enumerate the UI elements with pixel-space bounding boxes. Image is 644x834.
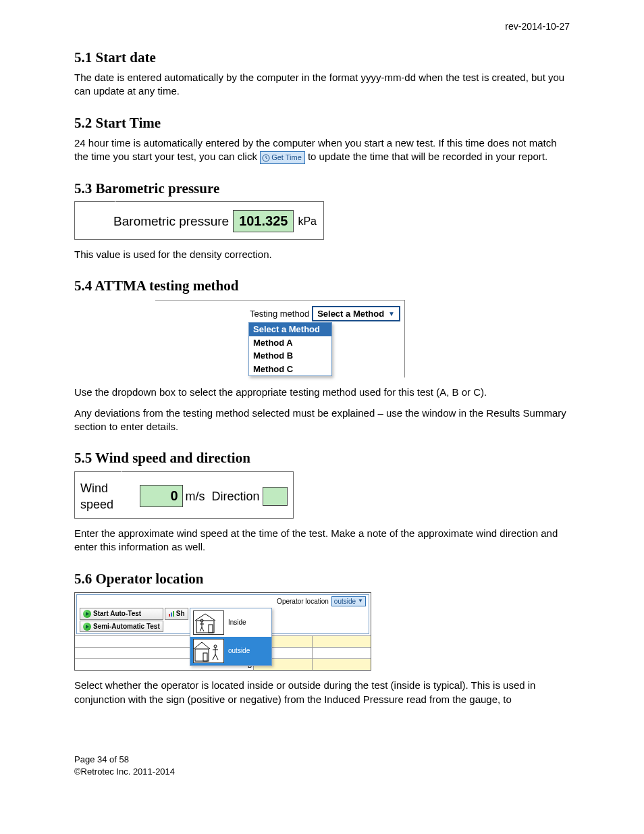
house-inside-icon — [193, 610, 224, 635]
chevron-down-icon: ▼ — [388, 309, 395, 319]
chevron-down-icon: ▼ — [358, 598, 363, 605]
play-icon — [83, 610, 91, 618]
wind-speed-unit: m/s — [186, 488, 205, 504]
svg-point-13 — [214, 645, 217, 648]
operator-location-label: Operator location — [277, 597, 329, 606]
testing-method-dropdown[interactable]: Select a Method ▼ — [312, 306, 400, 322]
wind-speed-field[interactable]: 0 — [140, 485, 183, 507]
option-inside-label: Inside — [228, 618, 246, 627]
wind-direction-field[interactable] — [263, 487, 288, 506]
para-5-2-b: to update the time that will be recorded… — [308, 151, 547, 162]
get-time-label: Get Time — [271, 153, 302, 161]
para-5-5: Enter the approximate wind speed at the … — [74, 527, 570, 554]
start-auto-test-button[interactable]: Start Auto-Test — [80, 608, 163, 620]
para-5-4-b: Any deviations from the testing method s… — [74, 407, 570, 434]
testing-method-selected: Select a Method — [317, 308, 384, 320]
svg-rect-11 — [195, 649, 209, 661]
operator-panel: Operator location outside ▼ Start Auto-T… — [74, 592, 371, 671]
wind-speed-label: Wind speed — [80, 480, 137, 513]
testing-method-options: Select a Method Method A Method B Method… — [248, 322, 332, 376]
svg-rect-5 — [209, 625, 213, 633]
svg-rect-2 — [171, 613, 172, 617]
option-outside-label: outside — [228, 646, 250, 656]
clock-icon — [262, 154, 270, 162]
semi-automatic-test-button[interactable]: Semi-Automatic Test — [80, 621, 163, 633]
svg-rect-1 — [169, 614, 170, 617]
get-time-button[interactable]: Get Time — [260, 151, 305, 164]
heading-5-1: 5.1 Start date — [74, 48, 570, 67]
barometric-panel: Barometric pressure 101.325 kPa — [74, 202, 324, 240]
heading-5-6: 5.6 Operator location — [74, 569, 570, 588]
sh-label: Sh — [176, 609, 185, 619]
play-icon — [83, 623, 91, 631]
option-method-c[interactable]: Method C — [249, 363, 331, 376]
svg-line-17 — [215, 654, 218, 660]
operator-location-selected: outside — [334, 597, 356, 606]
testing-method-label: Testing method — [250, 308, 309, 320]
para-5-3: This value is used for the density corre… — [74, 248, 570, 261]
operator-location-dropdown[interactable]: outside ▼ — [331, 596, 366, 607]
svg-line-9 — [200, 627, 202, 631]
heading-5-4: 5.4 ATTMA testing method — [74, 276, 570, 295]
para-5-1: The date is entered automatically by the… — [74, 71, 570, 99]
heading-5-2: 5.2 Start Time — [74, 113, 570, 132]
heading-5-3: 5.3 Barometric pressure — [74, 179, 570, 198]
wind-direction-label: Direction — [212, 488, 260, 504]
para-5-2: 24 hour time is automatically entered by… — [74, 136, 570, 164]
wind-panel: Wind speed 0 m/s Direction — [74, 472, 294, 519]
svg-line-16 — [213, 654, 215, 660]
svg-rect-12 — [203, 653, 207, 661]
attma-panel: Testing method Select a Method ▼ Select … — [155, 300, 405, 378]
semi-automatic-test-label: Semi-Automatic Test — [93, 622, 160, 631]
heading-5-5: 5.5 Wind speed and direction — [74, 448, 570, 467]
revision-text: rev-2014-10-27 — [74, 20, 570, 33]
barometric-value-field[interactable]: 101.325 — [233, 210, 294, 232]
para-5-4-a: Use the dropdown box to select the appro… — [74, 386, 570, 399]
option-method-b[interactable]: Method B — [249, 349, 331, 363]
sh-button[interactable]: Sh — [165, 608, 188, 620]
page-footer: Page 34 of 58 ©Retrotec Inc. 2011-2014 — [74, 754, 570, 777]
option-outside[interactable]: outside — [190, 637, 271, 665]
svg-rect-3 — [173, 611, 174, 617]
barometric-label: Barometric pressure — [113, 213, 229, 230]
start-auto-test-label: Start Auto-Test — [93, 609, 141, 619]
svg-rect-4 — [196, 621, 214, 633]
option-select-a-method[interactable]: Select a Method — [249, 323, 331, 336]
option-method-a[interactable]: Method A — [249, 336, 331, 350]
copyright: ©Retrotec Inc. 2011-2014 — [74, 766, 570, 778]
operator-location-options: Inside outside — [190, 608, 272, 666]
chart-icon — [168, 610, 175, 617]
option-inside[interactable]: Inside — [190, 608, 271, 637]
barometric-unit: kPa — [298, 214, 317, 229]
house-outside-icon — [193, 639, 224, 663]
svg-line-10 — [202, 627, 204, 631]
para-5-6: Select whether the operator is located i… — [74, 679, 570, 706]
page-number: Page 34 of 58 — [74, 754, 570, 766]
